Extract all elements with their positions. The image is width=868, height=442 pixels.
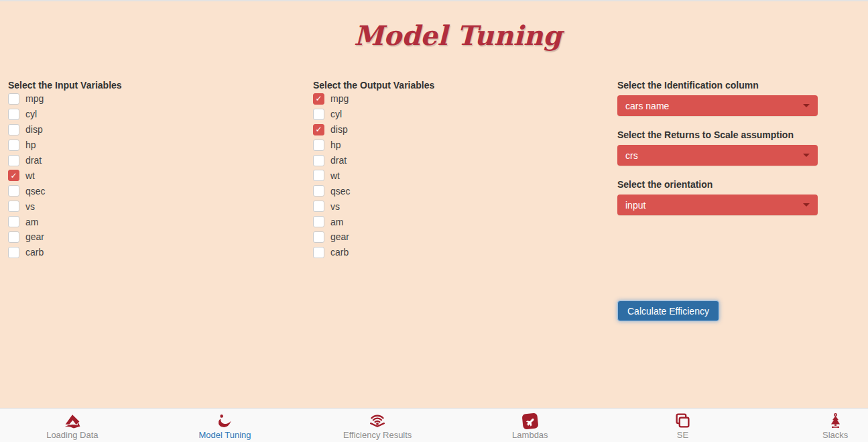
tab-label: Efficiency Results <box>343 431 412 440</box>
checkbox[interactable]: ✓ <box>313 170 324 181</box>
check-icon: ✓ <box>10 172 17 180</box>
checkbox-label: qsec <box>330 186 351 197</box>
returns-to-scale-select[interactable]: crs <box>617 145 818 166</box>
checkbox-label: disp <box>25 124 43 135</box>
checkbox-label: am <box>25 217 38 227</box>
checkbox[interactable]: ✓ <box>8 170 19 181</box>
page-title: Model Tuning <box>0 20 868 51</box>
checkbox[interactable]: ✓ <box>313 124 324 135</box>
calculate-efficiency-button[interactable]: Calculate Efficiency <box>617 300 719 321</box>
checkbox[interactable]: ✓ <box>8 109 19 120</box>
sound-arcs-icon <box>367 412 387 430</box>
tab-model-tuning[interactable]: Model Tuning <box>149 408 302 442</box>
checkbox-option[interactable]: ✓ disp <box>8 122 303 137</box>
returns-to-scale-value: crs <box>625 150 638 161</box>
input-variables-panel: Select the Input Variables ✓ mpg ✓ cyl ✓… <box>8 80 303 260</box>
checkbox-option[interactable]: ✓ cyl <box>313 107 608 122</box>
checkbox[interactable]: ✓ <box>8 201 19 212</box>
checkbox-option[interactable]: ✓ qsec <box>8 183 303 199</box>
checkbox-option[interactable]: ✓ carb <box>313 245 608 260</box>
checkbox-label: cyl <box>330 109 342 119</box>
checkbox-option[interactable]: ✓ am <box>8 214 303 229</box>
checkbox[interactable]: ✓ <box>8 155 19 166</box>
checkbox-label: hp <box>330 140 341 150</box>
checkbox-option[interactable]: ✓ drat <box>313 153 608 168</box>
checkbox[interactable]: ✓ <box>313 247 324 258</box>
checkbox[interactable]: ✓ <box>313 231 324 243</box>
checkbox[interactable]: ✓ <box>313 155 324 166</box>
clone-squares-icon <box>674 412 691 430</box>
tab-efficiency-results[interactable]: Efficiency Results <box>301 408 454 442</box>
checkbox-option[interactable]: ✓ mpg <box>313 91 608 107</box>
checkbox[interactable]: ✓ <box>8 140 19 151</box>
checkbox[interactable]: ✓ <box>8 124 19 135</box>
checkbox[interactable]: ✓ <box>313 201 324 212</box>
checkbox-option[interactable]: ✓ drat <box>8 153 303 168</box>
checkbox-option[interactable]: ✓ gear <box>313 229 608 245</box>
tab-label: Loading Data <box>46 431 98 440</box>
checkbox-option[interactable]: ✓ vs <box>8 199 303 214</box>
checkbox-option[interactable]: ✓ disp <box>313 122 608 137</box>
tab-slacks[interactable]: Slacks <box>759 408 868 442</box>
checkbox[interactable]: ✓ <box>313 109 324 120</box>
checkbox-option[interactable]: ✓ hp <box>8 137 303 153</box>
checkbox-label: wt <box>330 170 340 181</box>
checkbox[interactable]: ✓ <box>313 140 324 151</box>
checkbox[interactable]: ✓ <box>8 216 19 227</box>
checkbox-label: gear <box>330 231 349 242</box>
checkbox-option[interactable]: ✓ cyl <box>8 107 303 122</box>
check-icon: ✓ <box>315 125 322 133</box>
checkbox-label: vs <box>25 201 35 212</box>
checkbox[interactable]: ✓ <box>8 247 19 258</box>
input-variables-heading: Select the Input Variables <box>8 80 303 91</box>
checkbox-label: qsec <box>25 186 46 197</box>
checkbox-option[interactable]: ✓ hp <box>313 137 608 153</box>
checkbox-label: gear <box>25 231 44 242</box>
checkbox-label: wt <box>25 170 35 181</box>
tab-lambdas[interactable]: Lambdas <box>454 408 607 442</box>
checkbox-label: cyl <box>25 109 37 119</box>
orientation-select[interactable]: input <box>617 195 818 215</box>
checkbox-label: am <box>330 217 343 227</box>
checkbox-label: disp <box>330 124 348 135</box>
tab-se[interactable]: SE <box>607 408 759 442</box>
tab-label: Lambdas <box>512 431 548 440</box>
checkbox-option[interactable]: ✓ mpg <box>8 91 303 107</box>
checkbox-label: drat <box>330 155 347 166</box>
tab-loading-data[interactable]: Loading Data <box>0 408 149 442</box>
checkbox-label: mpg <box>25 93 44 104</box>
checkbox[interactable]: ✓ <box>8 231 19 243</box>
identification-select[interactable]: cars name <box>617 95 818 116</box>
tab-bar-inner: Loading Data Model Tuning <box>0 408 868 442</box>
output-variables-heading: Select the Output Variables <box>313 80 608 91</box>
page-content: Model Tuning Select the Input Variables … <box>0 0 868 442</box>
bottom-tab-bar: Loading Data Model Tuning <box>0 408 868 442</box>
checkbox[interactable]: ✓ <box>313 216 324 227</box>
checkbox[interactable]: ✓ <box>313 93 324 105</box>
returns-to-scale-label: Select the Returns to Scale assumption <box>617 129 818 140</box>
orientation-label: Select the orientation <box>617 179 818 190</box>
checkbox[interactable]: ✓ <box>8 185 19 197</box>
checkbox-option[interactable]: ✓ carb <box>8 245 303 260</box>
input-variables-group: ✓ mpg ✓ cyl ✓ disp ✓ hp ✓ drat ✓ wt ✓ <box>8 91 303 260</box>
airplane-square-icon <box>521 412 539 430</box>
checkbox-option[interactable]: ✓ gear <box>8 229 303 245</box>
checkbox-option[interactable]: ✓ wt <box>313 168 608 183</box>
output-variables-group: ✓ mpg ✓ cyl ✓ disp ✓ hp ✓ drat ✓ wt ✓ <box>313 91 608 260</box>
caret-down-icon <box>803 104 810 107</box>
checkbox[interactable]: ✓ <box>313 185 324 197</box>
caret-down-icon <box>803 154 810 157</box>
tab-label: Model Tuning <box>198 431 251 440</box>
check-icon: ✓ <box>315 95 322 103</box>
checkbox-option[interactable]: ✓ am <box>313 214 608 229</box>
checkbox-label: drat <box>25 155 42 166</box>
checkbox-option[interactable]: ✓ qsec <box>313 183 608 199</box>
checkbox-option[interactable]: ✓ vs <box>313 199 608 214</box>
tab-label: SE <box>677 431 688 440</box>
checkbox-label: mpg <box>330 93 349 104</box>
caret-down-icon <box>803 203 810 207</box>
pine-tree-icon <box>827 412 844 430</box>
checkbox[interactable]: ✓ <box>8 93 19 105</box>
checkbox-option[interactable]: ✓ wt <box>8 168 303 183</box>
crescent-swoosh-icon <box>216 412 234 430</box>
